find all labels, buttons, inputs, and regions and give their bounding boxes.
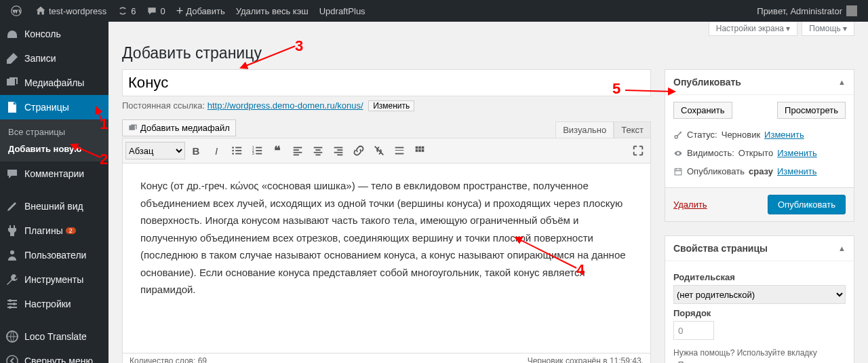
svg-rect-33 — [337, 154, 342, 155]
wp-logo[interactable] — [5, 0, 30, 22]
quote-button[interactable]: ❝ — [268, 141, 287, 160]
status-edit-link[interactable]: Изменить — [764, 130, 804, 140]
more-button[interactable] — [390, 141, 409, 160]
svg-point-10 — [232, 147, 234, 149]
align-center-button[interactable] — [309, 141, 328, 160]
svg-rect-21 — [256, 153, 262, 155]
svg-rect-29 — [315, 154, 320, 155]
help-button[interactable]: Помощь ▾ — [802, 22, 854, 36]
svg-rect-13 — [235, 147, 241, 149]
menu-users[interactable]: Пользователи — [0, 243, 108, 267]
svg-rect-35 — [395, 150, 404, 151]
toggle-icon[interactable]: ▲ — [838, 244, 846, 252]
updraft[interactable]: UpdraftPlus — [314, 0, 371, 22]
svg-rect-22 — [294, 147, 302, 149]
ul-button[interactable] — [227, 141, 246, 160]
menu-loco[interactable]: Loco Translate — [0, 324, 108, 349]
link-button[interactable] — [349, 141, 368, 160]
key-icon — [673, 130, 683, 140]
permalink-edit-button[interactable]: Изменить — [368, 100, 414, 111]
italic-button[interactable]: I — [207, 141, 226, 160]
align-right-button[interactable] — [329, 141, 348, 160]
menu-settings[interactable]: Настройки — [0, 292, 108, 316]
svg-point-12 — [232, 153, 234, 155]
admin-bar: test-wordpress 6 0 +Добавить Удалить вес… — [0, 0, 868, 22]
svg-rect-25 — [294, 154, 299, 155]
parent-select[interactable]: (нет родительской) — [673, 285, 846, 304]
menu-media[interactable]: Медиафайлы — [0, 71, 108, 95]
publish-title: Опубликовать — [673, 77, 741, 88]
svg-rect-27 — [315, 149, 320, 151]
svg-rect-28 — [314, 152, 323, 153]
menu-collapse[interactable]: Свернуть меню — [0, 349, 108, 363]
svg-rect-39 — [422, 147, 425, 149]
svg-rect-34 — [395, 147, 404, 149]
svg-rect-36 — [395, 153, 404, 155]
format-select[interactable]: Абзац — [125, 142, 185, 159]
order-label: Порядок — [673, 308, 846, 318]
menu-tools[interactable]: Инструменты — [0, 267, 108, 292]
menu-dashboard[interactable]: Консоль — [0, 22, 108, 46]
updates[interactable]: 6 — [112, 0, 141, 22]
schedule-edit-link[interactable]: Изменить — [777, 166, 817, 176]
svg-rect-38 — [418, 147, 421, 149]
permalink-link[interactable]: http://wordpress.demo-domen.ru/konus/ — [208, 100, 363, 111]
delete-link[interactable]: Удалить — [673, 199, 707, 210]
avatar — [846, 5, 857, 16]
svg-rect-32 — [334, 152, 343, 153]
clear-cache[interactable]: Удалить весь кэш — [231, 0, 314, 22]
svg-rect-14 — [235, 150, 241, 151]
svg-rect-44 — [675, 168, 682, 174]
menu-comments[interactable]: Комментарии — [0, 161, 108, 186]
svg-point-1 — [10, 250, 14, 254]
draft-saved: Черновик сохранён в 11:59:43. — [528, 356, 644, 363]
submenu-add-new[interactable]: Добавить новую — [0, 140, 108, 157]
greeting[interactable]: Привет, Administrator — [751, 0, 863, 22]
svg-rect-23 — [294, 149, 299, 151]
save-draft-button[interactable]: Сохранить — [673, 102, 732, 119]
content-editor[interactable]: Конус (от др.-греч. κώνος «сосновая шишк… — [122, 164, 651, 354]
visibility-edit-link[interactable]: Изменить — [777, 148, 817, 158]
bold-button[interactable]: B — [186, 141, 205, 160]
menu-posts[interactable]: Записи — [0, 46, 108, 71]
svg-rect-24 — [294, 152, 302, 153]
site-name[interactable]: test-wordpress — [30, 0, 112, 22]
svg-rect-37 — [416, 147, 418, 149]
svg-rect-42 — [422, 149, 425, 152]
svg-rect-19 — [256, 147, 262, 149]
toolbar-toggle-button[interactable] — [410, 141, 429, 160]
plugins-badge: 2 — [66, 227, 76, 234]
tab-visual[interactable]: Визуально — [555, 121, 614, 138]
admin-menu: Консоль Записи Медиафайлы Страницы Все с… — [0, 22, 108, 363]
svg-text:3: 3 — [252, 151, 254, 155]
preview-button[interactable]: Просмотреть — [777, 102, 846, 119]
tab-text[interactable]: Текст — [614, 121, 651, 138]
title-input[interactable] — [122, 69, 651, 96]
unlink-button[interactable] — [370, 141, 389, 160]
page-attributes-box: Свойства страницы▲ Родительская (нет род… — [665, 235, 854, 363]
svg-rect-20 — [256, 150, 262, 151]
svg-point-6 — [13, 303, 16, 305]
toggle-icon[interactable]: ▲ — [838, 78, 846, 86]
align-left-button[interactable] — [288, 141, 307, 160]
publish-button[interactable]: Опубликовать — [768, 195, 846, 214]
editor-toolbar: Абзац B I 123 ❝ — [122, 138, 651, 164]
new-content[interactable]: +Добавить — [171, 0, 231, 22]
status-bar: Количество слов: 69 Черновик сохранён в … — [122, 354, 651, 363]
submenu-all-pages[interactable]: Все страницы — [0, 123, 108, 140]
svg-rect-40 — [416, 149, 418, 152]
svg-rect-15 — [235, 153, 241, 155]
svg-rect-31 — [337, 149, 342, 151]
help-text: Нужна помощь? Используйте вкладку «Помощ… — [673, 347, 846, 363]
menu-appearance[interactable]: Внешний вид — [0, 194, 108, 218]
publish-box: Опубликовать▲ Сохранить Просмотреть Стат… — [665, 69, 854, 222]
fullscreen-button[interactable] — [629, 141, 648, 160]
order-input[interactable] — [673, 321, 714, 340]
svg-point-11 — [232, 150, 234, 152]
comments-count[interactable]: 0 — [141, 0, 170, 22]
ol-button[interactable]: 123 — [248, 141, 267, 160]
menu-pages[interactable]: Страницы — [0, 95, 108, 119]
add-media-button[interactable]: Добавить медиафайл — [122, 119, 236, 136]
menu-plugins[interactable]: Плагины2 — [0, 218, 108, 243]
screen-options-button[interactable]: Настройки экрана ▾ — [709, 22, 798, 36]
